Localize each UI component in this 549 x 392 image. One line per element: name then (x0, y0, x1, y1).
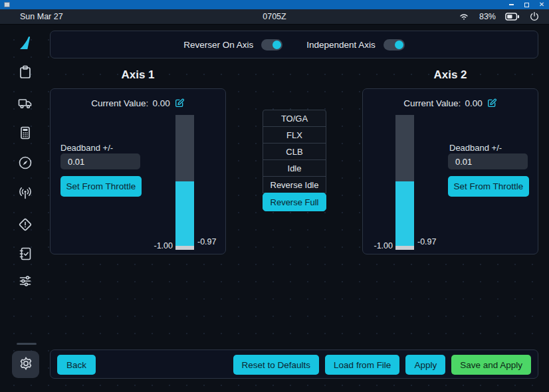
axis2-gauge-deadband-label: -0.97 (417, 237, 437, 246)
sidebar-item-settings[interactable] (12, 351, 39, 378)
load-from-file-button[interactable]: Load from File (325, 355, 399, 375)
edit-icon[interactable] (174, 98, 185, 108)
compass-icon[interactable] (17, 155, 33, 171)
wifi-icon (458, 11, 470, 22)
axis1-set-from-throttle-button[interactable]: Set From Throttle (60, 176, 142, 197)
detent-toga[interactable]: TO/GA (263, 110, 326, 127)
detent-idle[interactable]: Idle (263, 159, 326, 177)
axis2-gauge-fill (395, 181, 414, 246)
axis2-title: Axis 2 (362, 68, 538, 82)
statusbar: Sun Mar 27 0705Z 83% (0, 9, 549, 25)
axis2-current-value-label: Current Value: (403, 98, 461, 108)
titlebar: ✕ (0, 0, 549, 9)
airline-logo-icon[interactable] (17, 35, 33, 51)
axis2-gauge-min-label: -1.00 (360, 241, 393, 250)
edit-icon[interactable] (487, 98, 497, 108)
axis1-deadband-label: Deadband +/- (60, 143, 113, 153)
close-button[interactable]: ✕ (537, 1, 546, 9)
save-and-apply-button[interactable]: Save and Apply (451, 355, 531, 375)
reverser-on-axis-toggle[interactable] (261, 39, 282, 50)
maximize-button[interactable] (522, 1, 531, 9)
axis1-gauge-deadband-band (175, 246, 194, 250)
detent-clb[interactable]: CLB (263, 143, 326, 160)
calculator-icon[interactable] (17, 125, 33, 141)
axis1-panel: Current Value: 0.00 Deadband +/- Set Fro… (50, 88, 226, 254)
axis1-gauge-fill (175, 181, 194, 246)
apply-button[interactable]: Apply (405, 355, 445, 375)
axis1-gauge-min-label: -1.00 (140, 241, 173, 250)
axis2-deadband-input[interactable] (448, 153, 528, 169)
axis1-current-value-label: Current Value: (91, 98, 148, 108)
axis2-set-from-throttle-button[interactable]: Set From Throttle (448, 176, 529, 197)
axis1-deadband-input[interactable] (60, 153, 140, 169)
detent-list: TO/GA FLX CLB Idle Reverse Idle Reverse … (263, 110, 326, 211)
radio-antenna-icon[interactable] (17, 185, 33, 201)
reverser-on-axis-label: Reverser On Axis (183, 40, 253, 50)
app-icon (4, 2, 10, 7)
independent-axis-toggle[interactable] (384, 39, 405, 50)
independent-axis-label: Independent Axis (306, 40, 376, 50)
battery-icon (505, 12, 520, 21)
checklist-notebook-icon[interactable] (17, 246, 33, 262)
power-icon[interactable] (529, 11, 540, 22)
clipboard-icon[interactable] (17, 64, 33, 80)
detent-reverse-idle[interactable]: Reverse Idle (263, 176, 326, 193)
sidebar-divider (17, 343, 37, 345)
minimize-button[interactable] (506, 1, 516, 9)
app-window: ✕ Sun Mar 27 0705Z 83% (0, 0, 549, 392)
axis2-gauge (395, 115, 414, 250)
detent-flx[interactable]: FLX (263, 126, 326, 144)
detent-reverse-full[interactable]: Reverse Full (263, 193, 326, 211)
axis-options-bar: Reverser On Axis Independent Axis (50, 31, 538, 58)
delivery-truck-icon[interactable] (17, 95, 33, 111)
axis2-gauge-deadband-band (395, 246, 414, 250)
alert-diamond-icon[interactable] (17, 217, 33, 233)
axis1-current-value: 0.00 (152, 98, 169, 108)
axis2-deadband-label: Deadband +/- (449, 143, 502, 153)
back-button[interactable]: Back (57, 355, 96, 375)
gear-icon (18, 355, 34, 374)
axis1-title: Axis 1 (50, 68, 226, 82)
axis1-gauge-deadband-label: -0.97 (197, 237, 217, 246)
axis2-panel: Current Value: 0.00 Deadband +/- Set Fro… (362, 88, 538, 254)
axis2-current-value: 0.00 (465, 98, 482, 108)
axis1-gauge (175, 115, 194, 250)
footer-bar: Back Reset to Defaults Load from File Ap… (50, 349, 538, 379)
sliders-icon[interactable] (17, 273, 33, 289)
reset-to-defaults-button[interactable]: Reset to Defaults (233, 355, 320, 375)
battery-percent: 83% (479, 12, 496, 21)
